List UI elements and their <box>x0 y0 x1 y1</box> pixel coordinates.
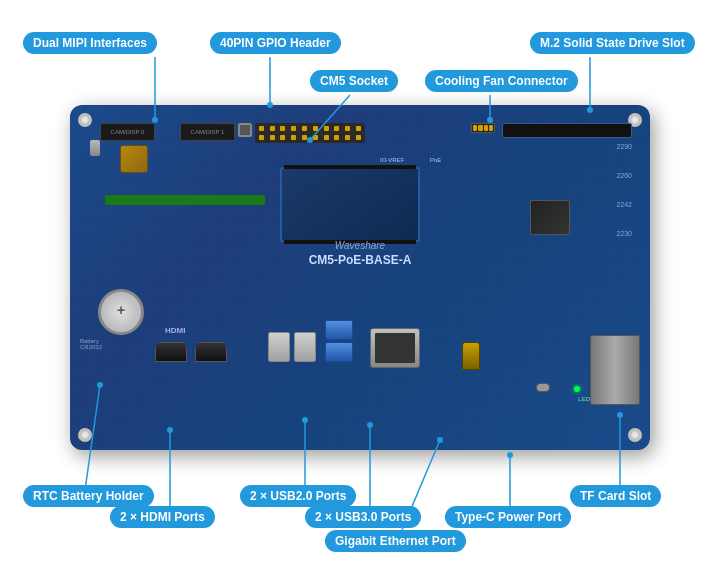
label-dual-mipi: Dual MIPI Interfaces <box>23 32 157 54</box>
led-label: LED <box>578 396 590 402</box>
fan-connector <box>471 123 495 133</box>
label-m2-slot: M.2 Solid State Drive Slot <box>530 32 695 54</box>
ic-chip <box>530 200 570 235</box>
label-typec: Type-C Power Port <box>445 506 571 528</box>
label-cooling-fan: Cooling Fan Connector <box>425 70 578 92</box>
button-component <box>238 123 252 137</box>
usb2-port-1 <box>268 332 290 362</box>
inductor-component <box>120 145 148 173</box>
capacitor-large <box>462 342 480 370</box>
cm5-socket <box>280 167 420 242</box>
mount-hole-bl <box>78 428 92 442</box>
small-cap-1 <box>90 140 100 156</box>
ethernet-port <box>370 328 420 368</box>
rtc-battery: + <box>98 289 144 335</box>
label-ethernet: Gigabit Ethernet Port <box>325 530 466 552</box>
hdmi-port-1 <box>155 342 187 362</box>
usb2-port-2 <box>294 332 316 362</box>
tf-card-slot <box>590 335 640 405</box>
hdmi-port-2 <box>195 342 227 362</box>
poe-label: PoE <box>430 157 441 163</box>
gpio-header <box>255 123 365 143</box>
usb3-port-2 <box>325 342 353 362</box>
mount-hole-br <box>628 428 642 442</box>
waveshare-logo: Waveshare CM5-PoE-BASE-A <box>309 240 412 267</box>
mipi-connector-1: CAM/DISP 0 <box>100 123 155 141</box>
led-indicator <box>574 386 580 392</box>
label-usb2-ports: 2 × USB2.0 Ports <box>240 485 356 507</box>
io-vref-label: IO-VREF <box>380 157 404 163</box>
svg-point-21 <box>507 452 513 458</box>
mipi-connector-2: CAM/DISP 1 <box>180 123 235 141</box>
label-usb3-ports: 2 × USB3.0 Ports <box>305 506 421 528</box>
pcb-board: 2290 2260 2242 2230 <box>70 105 650 450</box>
label-cm5-socket: CM5 Socket <box>310 70 398 92</box>
label-gpio-header: 40PIN GPIO Header <box>210 32 341 54</box>
m2-size-labels: 2290 2260 2242 2230 <box>616 143 632 237</box>
board-name-text: CM5-PoE-BASE-A <box>309 253 412 267</box>
logo-text: Waveshare <box>309 240 412 251</box>
typec-port <box>536 383 550 392</box>
green-connector <box>105 195 265 205</box>
label-rtc-battery: RTC Battery Holder <box>23 485 154 507</box>
usb3-port-1 <box>325 320 353 340</box>
label-tf-card: TF Card Slot <box>570 485 661 507</box>
mount-hole-tl <box>78 113 92 127</box>
label-hdmi-ports: 2 × HDMI Ports <box>110 506 215 528</box>
m2-slot-area <box>502 123 632 138</box>
battery-label-cr2032: BatteryCR2032 <box>80 338 102 350</box>
hdmi-board-label: HDMI <box>165 326 185 335</box>
